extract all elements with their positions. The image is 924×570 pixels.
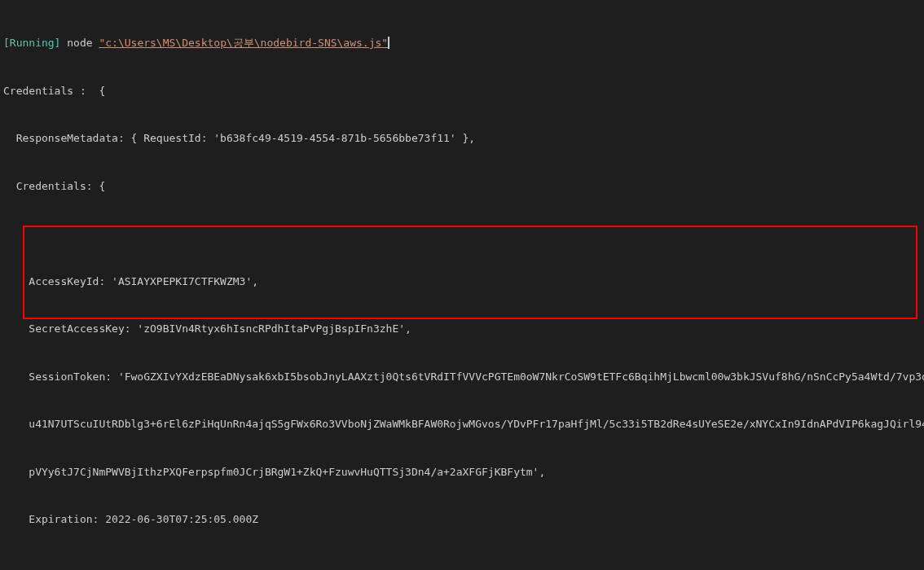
node-cmd: node [67,37,92,49]
session-token-line1: SessionToken: 'FwoGZXIvYXdzEBEaDNysak6xb… [3,369,921,385]
file-path[interactable]: "c:\Users\MS\Desktop\공부\nodebird-SNS\aws… [99,37,388,49]
cursor [388,37,389,49]
terminal-output: [Running] node "c:\Users\MS\Desktop\공부\n… [3,3,921,570]
running-tag: [Running] [3,37,60,49]
command-line: [Running] node "c:\Users\MS\Desktop\공부\n… [3,35,921,51]
expiration-line: Expiration: 2022-06-30T07:25:05.000Z [3,511,921,528]
secret-key-line: SecretAccessKey: 'zO9BIVn4Rtyx6hIsncRPdh… [3,321,921,337]
credentials-open: Credentials: { [3,178,921,195]
credentials-header: Credentials : { [3,83,921,99]
response-metadata: ResponseMetadata: { RequestId: 'b638fc49… [3,130,921,147]
access-key-line: AccessKeyId: 'ASIAYXPEPKI7CTFKWZM3', [3,274,921,290]
session-token-line2: u41N7UTScuIUtRDblg3+6rEl6zPiHqUnRn4ajqS5… [3,416,921,432]
credentials-highlight-box [23,226,917,319]
session-token-line3: pVYy6tJ7CjNmPWVBjIthzPXQFerpspfm0JCrjBRg… [3,464,921,480]
